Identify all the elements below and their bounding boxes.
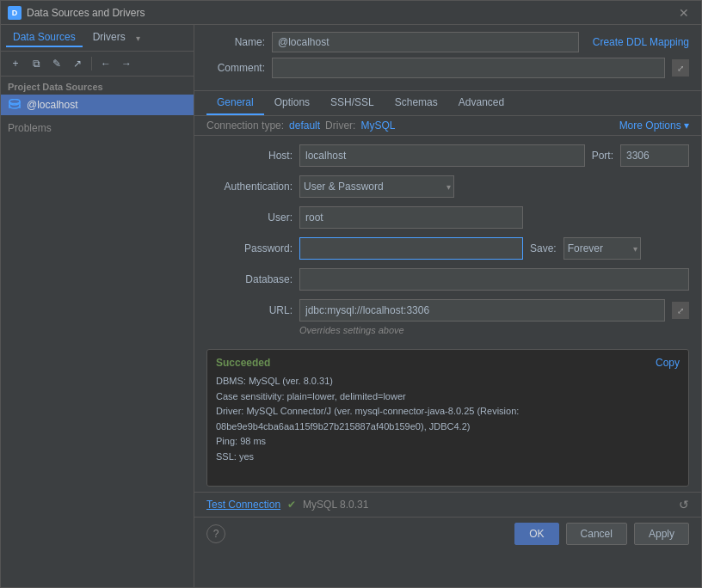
export-button[interactable]: ↗ (68, 54, 87, 73)
form-header: Name: Create DDL Mapping Comment: ⤢ (194, 25, 701, 91)
datasource-item-localhost[interactable]: @localhost (1, 95, 194, 115)
success-line-1: DBMS: MySQL (ver. 8.0.31) (216, 374, 680, 389)
tab-schemas[interactable]: Schemas (385, 91, 448, 115)
sidebar: Data Sources Drivers ▾ + ⧉ ✎ ↗ ← → Proje… (1, 25, 194, 587)
name-input[interactable] (272, 32, 579, 52)
host-input[interactable] (299, 144, 585, 167)
datasource-item-label: @localhost (27, 99, 78, 111)
ok-button[interactable]: OK (514, 523, 558, 545)
duplicate-button[interactable]: ⧉ (27, 54, 46, 73)
url-input[interactable] (299, 299, 665, 322)
close-button[interactable]: ✕ (674, 4, 694, 21)
conn-info-bar: Connection type: default Driver: MySQL M… (194, 116, 701, 136)
pass-input[interactable] (299, 237, 523, 260)
driver-value[interactable]: MySQL (360, 119, 395, 132)
success-line-3: Driver: MySQL Connector/J (ver. mysql-co… (216, 404, 680, 420)
help-button[interactable]: ? (206, 524, 225, 543)
tab-advanced[interactable]: Advanced (448, 91, 514, 115)
edit-button[interactable]: ✎ (47, 54, 66, 73)
datasource-icon (8, 98, 22, 112)
main-window: D Data Sources and Drivers ✕ Data Source… (0, 0, 702, 588)
success-header: Succeeded Copy (216, 357, 680, 369)
apply-button[interactable]: Apply (634, 523, 689, 545)
problems-section: Problems (1, 115, 194, 141)
svg-point-0 (9, 100, 20, 104)
host-label: Host: (206, 150, 292, 162)
comment-input[interactable] (272, 58, 665, 78)
tab-general[interactable]: General (206, 91, 264, 115)
success-panel: Succeeded Copy DBMS: MySQL (ver. 8.0.31)… (206, 349, 689, 487)
db-input[interactable] (299, 268, 689, 291)
auth-select[interactable]: User & Password No auth Windows Credenti… (299, 175, 454, 198)
user-row: User: (206, 206, 689, 229)
sidebar-toolbar: + ⧉ ✎ ↗ ← → (1, 52, 194, 77)
auth-select-wrap: User & Password No auth Windows Credenti… (299, 175, 454, 198)
conn-type-label: Connection type: (206, 119, 284, 132)
test-connection-link[interactable]: Test Connection (206, 499, 280, 511)
refresh-button[interactable]: ↺ (679, 498, 689, 511)
window-title: Data Sources and Drivers (27, 7, 674, 19)
user-input[interactable] (299, 206, 523, 229)
footer-left: ? (206, 524, 225, 543)
port-input[interactable] (620, 144, 689, 167)
driver-label: Driver: (325, 119, 355, 132)
problems-label: Problems (8, 122, 52, 134)
tabs-bar: General Options SSH/SSL Schemas Advanced (194, 91, 701, 116)
name-label: Name: (206, 36, 265, 48)
right-panel: Name: Create DDL Mapping Comment: ⤢ Gene… (194, 25, 701, 587)
database-row: Database: (206, 268, 689, 291)
expand-url-button[interactable]: ⤢ (672, 302, 689, 319)
add-button[interactable]: + (6, 54, 25, 73)
auth-label: Authentication: (206, 181, 292, 193)
success-line-6: SSL: yes (216, 450, 680, 465)
tab-options[interactable]: Options (264, 91, 320, 115)
user-label: User: (206, 211, 292, 224)
conn-type-value[interactable]: default (289, 119, 320, 132)
forward-button[interactable]: → (117, 54, 136, 73)
toolbar-divider (91, 57, 92, 70)
app-icon: D (8, 6, 22, 20)
more-options-link[interactable]: More Options ▾ (619, 119, 689, 132)
success-line-2: Case sensitivity: plain=lower, delimited… (216, 389, 680, 405)
title-bar: D Data Sources and Drivers ✕ (1, 1, 701, 25)
url-label: URL: (206, 304, 292, 316)
password-row: Password: Save: Forever Until restart Ne… (206, 237, 689, 260)
success-line-5: Ping: 98 ms (216, 434, 680, 450)
footer: ? OK Cancel Apply (194, 517, 701, 550)
save-select[interactable]: Forever Until restart Never (563, 237, 641, 260)
cancel-button[interactable]: Cancel (566, 523, 627, 545)
tab-ssh-ssl[interactable]: SSH/SSL (320, 91, 385, 115)
bottom-bar: Test Connection ✔ MySQL 8.0.31 ↺ (194, 492, 701, 517)
tabs-dropdown-arrow[interactable]: ▾ (136, 34, 140, 43)
project-data-sources-label: Project Data Sources (1, 77, 194, 95)
save-label: Save: (530, 242, 557, 254)
success-title: Succeeded (216, 357, 270, 369)
comment-label: Comment: (206, 62, 265, 74)
db-label: Database: (206, 273, 292, 285)
port-label: Port: (592, 150, 613, 162)
main-content: Data Sources Drivers ▾ + ⧉ ✎ ↗ ← → Proje… (1, 25, 701, 587)
save-select-wrap: Forever Until restart Never (563, 237, 641, 260)
host-port-row: Host: Port: (206, 144, 689, 167)
expand-comment-button[interactable]: ⤢ (672, 59, 689, 77)
auth-row: Authentication: User & Password No auth … (206, 175, 689, 198)
back-button[interactable]: ← (96, 54, 115, 73)
url-row: URL: ⤢ (206, 299, 689, 322)
pass-label: Password: (206, 242, 292, 254)
copy-button[interactable]: Copy (656, 357, 680, 369)
success-line-4: 08be9e9b4cba6aa115f9b27b215887af40b159e0… (216, 420, 680, 435)
name-row: Name: Create DDL Mapping (206, 32, 689, 52)
fields-area: Host: Port: Authentication: User & Passw… (194, 136, 701, 344)
success-content: DBMS: MySQL (ver. 8.0.31) Case sensitivi… (216, 374, 680, 465)
mysql-version: MySQL 8.0.31 (303, 499, 368, 511)
tab-data-sources[interactable]: Data Sources (6, 28, 83, 47)
overrides-label: Overrides settings above (206, 325, 689, 335)
create-ddl-link[interactable]: Create DDL Mapping (593, 36, 689, 48)
tab-drivers[interactable]: Drivers (86, 28, 132, 47)
sidebar-tabs: Data Sources Drivers ▾ (1, 25, 194, 52)
comment-row: Comment: ⤢ (206, 58, 689, 78)
check-icon: ✔ (287, 499, 296, 511)
